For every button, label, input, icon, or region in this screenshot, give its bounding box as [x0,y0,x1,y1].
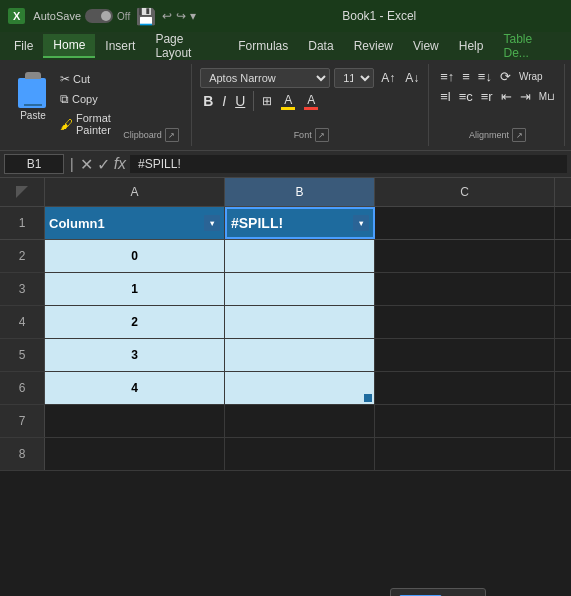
align-right-btn[interactable]: ≡r [478,88,496,105]
cell-b4[interactable] [225,306,375,338]
cell-c2[interactable] [375,240,555,272]
cell-reference-input[interactable]: B1 [4,154,64,174]
align-bottom-btn[interactable]: ≡↓ [475,68,495,85]
cell-b5[interactable] [225,339,375,371]
row-number-5: 5 [0,339,45,371]
menu-data[interactable]: Data [298,35,343,57]
border-button[interactable]: ⊞ [259,93,275,109]
paste-button[interactable]: Paste [10,66,56,144]
cell-b8[interactable] [225,438,375,470]
fill-color-button[interactable]: A [278,92,298,111]
font-increase-btn[interactable]: A↑ [378,70,398,86]
font-face-select[interactable]: Aptos Narrow [200,68,330,88]
align-middle-btn[interactable]: ≡ [459,68,473,85]
cell-a4[interactable]: 2 [45,306,225,338]
scissors-icon: ✂ [60,72,70,86]
menu-insert[interactable]: Insert [95,35,145,57]
cell-c3[interactable] [375,273,555,305]
svg-marker-0 [16,186,28,198]
font-row1: Aptos Narrow 11 A↑ A↓ [200,68,422,88]
cut-button[interactable]: ✂ Cut [56,70,115,88]
row-number-4: 4 [0,306,45,338]
copy-button[interactable]: ⧉ Copy [56,90,115,108]
row-number-2: 2 [0,240,45,272]
toolbar: Paste ✂ Cut ⧉ Copy 🖌 Format Painter Clip… [0,60,571,150]
text-direction-btn[interactable]: ⟳ [497,68,514,85]
align-center-btn[interactable]: ≡c [456,88,476,105]
spreadsheet: A B C 1 Column1 ▾ #SPILL! ▾ 2 0 3 1 4 2 [0,178,571,471]
menu-review[interactable]: Review [344,35,403,57]
cell-c7[interactable] [375,405,555,437]
cell-a3[interactable]: 1 [45,273,225,305]
align-top-btn[interactable]: ≡↑ [437,68,457,85]
menu-help[interactable]: Help [449,35,494,57]
brush-icon: 🖌 [60,117,73,132]
menu-formulas[interactable]: Formulas [228,35,298,57]
row-number-8: 8 [0,438,45,470]
col-header-c[interactable]: C [375,178,555,206]
row-number-1: 1 [0,207,45,239]
column1-dropdown[interactable]: ▾ [204,215,220,231]
table-row: 1 Column1 ▾ #SPILL! ▾ [0,207,571,240]
resize-handle[interactable] [364,394,372,402]
title-bar: X AutoSave Off 💾 ↩ ↪ ▾ Book1 - Excel [0,0,571,32]
copy-icon: ⧉ [60,92,69,106]
font-color-button[interactable]: A [301,92,321,111]
clipboard-group: Paste ✂ Cut ⧉ Copy 🖌 Format Painter Clip… [6,64,192,146]
column-headers: A B C [0,178,571,207]
decrease-indent-btn[interactable]: ⇤ [498,88,515,105]
cell-a8[interactable] [45,438,225,470]
wrap-text-btn[interactable]: Wrap [516,68,546,85]
cell-a6[interactable]: 4 [45,372,225,404]
alignment-group: ≡↑ ≡ ≡↓ ⟳ Wrap ≡l ≡c ≡r ⇤ ⇥ M⊔ Alignment… [431,64,565,146]
cell-b6[interactable] [225,372,375,404]
align-left-btn[interactable]: ≡l [437,88,453,105]
autosave-state: Off [117,11,130,22]
underline-button[interactable]: U [232,92,248,110]
cell-a7[interactable] [45,405,225,437]
font-group: Aptos Narrow 11 A↑ A↓ B I U ⊞ A A [194,64,429,146]
formula-input[interactable] [130,155,567,173]
formula-check-icon[interactable]: ✓ [97,155,110,174]
bold-button[interactable]: B [200,92,216,110]
font-row2: B I U ⊞ A A [200,91,422,111]
cell-b3[interactable] [225,273,375,305]
row-number-7: 7 [0,405,45,437]
format-painter-button[interactable]: 🖌 Format Painter [56,110,115,138]
formula-fx-label[interactable]: fx [114,155,126,173]
cell-b7[interactable] [225,405,375,437]
menu-home[interactable]: Home [43,34,95,58]
clipboard-group-label: Clipboard ↗ [115,124,187,144]
cell-a2[interactable]: 0 [45,240,225,272]
menu-file[interactable]: File [4,35,43,57]
menu-pagelayout[interactable]: Page Layout [145,28,228,64]
cell-a5[interactable]: 3 [45,339,225,371]
alignment-expand-btn[interactable]: ↗ [512,128,526,142]
merge-btn[interactable]: M⊔ [536,88,558,105]
cell-c5[interactable] [375,339,555,371]
font-decrease-btn[interactable]: A↓ [402,70,422,86]
italic-button[interactable]: I [219,92,229,110]
cell-b2[interactable] [225,240,375,272]
cell-c6[interactable] [375,372,555,404]
clipboard-expand-btn[interactable]: ↗ [165,128,179,142]
align-row2: ≡l ≡c ≡r ⇤ ⇥ M⊔ [437,88,558,105]
increase-indent-btn[interactable]: ⇥ [517,88,534,105]
spill-dropdown[interactable]: ▾ [353,215,369,231]
cell-c1[interactable] [375,207,555,239]
autosave-control[interactable]: AutoSave Off [33,9,130,23]
cell-b1[interactable]: #SPILL! ▾ [225,207,375,239]
cell-c4[interactable] [375,306,555,338]
cell-a1[interactable]: Column1 ▾ [45,207,225,239]
col-header-a[interactable]: A [45,178,225,206]
menu-view[interactable]: View [403,35,449,57]
font-expand-btn[interactable]: ↗ [315,128,329,142]
autosave-toggle[interactable] [85,9,113,23]
col-header-b[interactable]: B [225,178,375,206]
menu-tabledesign[interactable]: Table De... [493,28,567,64]
cell-c8[interactable] [375,438,555,470]
window-title: Book1 - Excel [196,9,563,23]
formula-cross-icon[interactable]: ✕ [80,155,93,174]
menu-bar: File Home Insert Page Layout Formulas Da… [0,32,571,60]
font-size-select[interactable]: 11 [334,68,374,88]
